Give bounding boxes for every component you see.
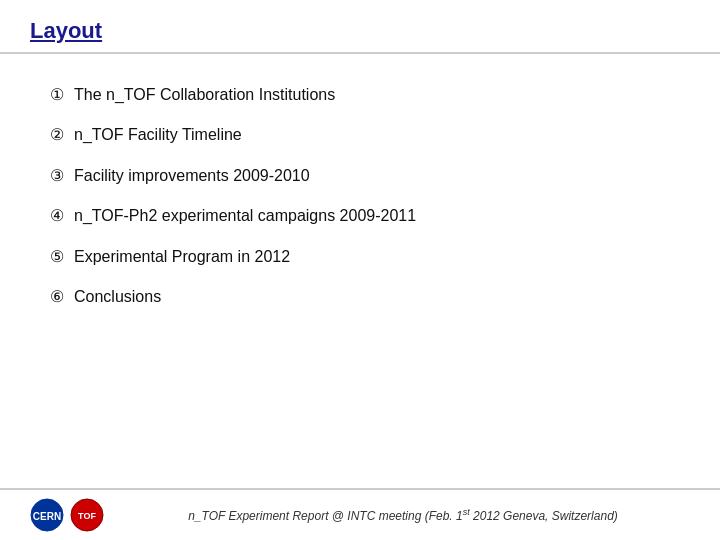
list-item-text: n_TOF Facility Timeline (74, 124, 242, 146)
cern-logo-icon: CERN (30, 498, 64, 532)
slide-footer: CERN TOF n_TOF Experiment Report @ INTC … (0, 488, 720, 540)
list-item-text: Conclusions (74, 286, 161, 308)
slide-header: Layout (0, 0, 720, 54)
slide-title: Layout (30, 18, 102, 43)
list-item: ③ Facility improvements 2009-2010 (50, 165, 670, 187)
list-number: ① (50, 84, 64, 106)
svg-text:TOF: TOF (78, 511, 96, 521)
list-item-text: The n_TOF Collaboration Institutions (74, 84, 335, 106)
list-number: ③ (50, 165, 64, 187)
slide-content: ① The n_TOF Collaboration Institutions② … (0, 54, 720, 488)
list-item: ④ n_TOF-Ph2 experimental campaigns 2009-… (50, 205, 670, 227)
list-item: ⑥ Conclusions (50, 286, 670, 308)
list-item: ① The n_TOF Collaboration Institutions (50, 84, 670, 106)
list-item: ⑤ Experimental Program in 2012 (50, 246, 670, 268)
footer-citation: n_TOF Experiment Report @ INTC meeting (… (116, 507, 690, 523)
tof-logo-icon: TOF (70, 498, 104, 532)
list-item: ② n_TOF Facility Timeline (50, 124, 670, 146)
svg-text:CERN: CERN (33, 511, 61, 522)
footer-logos: CERN TOF (30, 498, 104, 532)
list-number: ⑥ (50, 286, 64, 308)
slide: Layout ① The n_TOF Collaboration Institu… (0, 0, 720, 540)
list-number: ⑤ (50, 246, 64, 268)
list-item-text: Facility improvements 2009-2010 (74, 165, 310, 187)
list-item-text: Experimental Program in 2012 (74, 246, 290, 268)
list-number: ② (50, 124, 64, 146)
list-number: ④ (50, 205, 64, 227)
list-item-text: n_TOF-Ph2 experimental campaigns 2009-20… (74, 205, 416, 227)
